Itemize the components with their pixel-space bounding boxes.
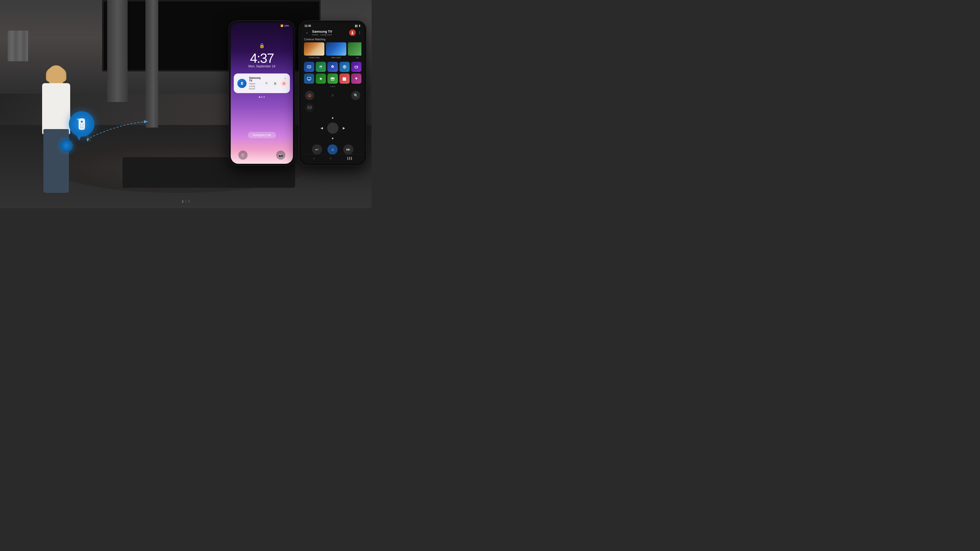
back-btn-remote[interactable]: ↩ (312, 144, 322, 155)
nav-home-btn[interactable]: ○ (329, 156, 331, 160)
dashed-arrow (87, 119, 151, 144)
svg-text:TV+: TV+ (308, 66, 310, 67)
dpad-up-button[interactable]: ▲ (331, 116, 334, 119)
app-samsung-tv-plus[interactable]: TV+ (304, 62, 314, 72)
svg-point-32 (357, 67, 358, 67)
notif-title: Samsung TV (249, 76, 261, 82)
svg-marker-8 (87, 138, 89, 141)
remote-icon (76, 117, 88, 131)
svg-rect-2 (80, 124, 81, 125)
dot2 (332, 86, 333, 87)
tv-location: Home · Living room (312, 33, 347, 36)
thumb-perfect-day (304, 42, 325, 56)
person-torso (42, 83, 70, 134)
notification-card[interactable]: Samsung TV Home · Living Room ↻ 🗑 ⏻ ∨ (234, 73, 290, 93)
notif-dots (259, 97, 265, 98)
nav-recent-btn[interactable]: ▐▐▐ (347, 157, 352, 160)
remote-app-header: ‹ Samsung TV Home · Living room ⋮ (301, 28, 364, 38)
thumb-label-perfect: Perfect Day (304, 56, 325, 59)
app-heart[interactable]: ♥ (351, 73, 361, 84)
watch-item-blue-land[interactable]: Blue Land (326, 42, 346, 59)
home-btn-remote[interactable]: ⌂ (328, 144, 338, 155)
remote-source-row (305, 102, 360, 114)
dpad-center[interactable] (327, 122, 339, 134)
notif-actions: ↻ 🗑 ⏻ (263, 80, 287, 87)
notif-chevron-icon: ∨ (284, 76, 286, 80)
notif-dot-3 (264, 97, 265, 98)
svg-rect-3 (82, 124, 84, 125)
pillar-left (107, 0, 127, 102)
notif-refresh-btn[interactable]: ↻ (263, 80, 270, 87)
camera-icon[interactable]: 📷 (276, 151, 285, 160)
notif-power-btn[interactable]: ⏻ (280, 80, 287, 87)
dpad-container: ▲ ▼ ◀ ▶ (305, 114, 360, 142)
person-legs (43, 129, 69, 193)
remote-top-row: ⏻ ≡ 🔍 (305, 89, 360, 102)
pillar-right (145, 0, 158, 127)
source-button[interactable] (305, 103, 314, 112)
phone-app-icon[interactable]: C (239, 151, 248, 160)
notif-content: Samsung TV Home · Living Room (249, 76, 261, 90)
thumb-label-blue: Blue Land (326, 56, 346, 59)
lock-time: 4:37 (231, 51, 293, 66)
remote-controls: ⏻ ≡ 🔍 (301, 88, 364, 158)
svg-rect-5 (82, 125, 84, 127)
thumb-label-extra: La... (348, 56, 361, 59)
svg-rect-33 (307, 77, 311, 79)
phone1-screen: 📶 16% 🔒 4:37 Mon, September 19 (231, 22, 293, 164)
notif-delete-btn[interactable]: 🗑 (272, 80, 278, 87)
app-row-dots (301, 85, 364, 88)
dpad-down-button[interactable]: ▼ (331, 137, 334, 140)
page-num-current: 2 (182, 200, 183, 203)
dpad-right-button[interactable]: ▶ (343, 126, 345, 130)
phone2-tv-remote: 12:45 ▐▐ 🔋 ‹ Samsung TV Home · Living ro… (299, 21, 366, 166)
svg-point-23 (344, 66, 345, 68)
notif-dot-2 (261, 97, 262, 98)
svg-rect-42 (310, 107, 311, 108)
page-indicator: 2 / 7 (182, 200, 189, 203)
phone1-lockscreen: 📶 16% 🔒 4:37 Mon, September 19 (229, 21, 295, 166)
continue-watching-label: Continue Watching (304, 38, 361, 41)
svg-text:B: B (332, 66, 333, 68)
svg-rect-13 (242, 84, 242, 85)
app-monitor[interactable] (304, 73, 314, 84)
svg-rect-4 (80, 125, 81, 127)
tv-title-block: Samsung TV Home · Living room (312, 30, 347, 36)
watch-thumbnails: Perfect Day Blue Land La... (304, 42, 361, 59)
notif-dot-1 (259, 97, 260, 98)
svg-rect-6 (80, 127, 84, 128)
more-options-btn[interactable]: ⋮ (358, 30, 361, 35)
power-button[interactable]: ⏻ (305, 91, 314, 100)
status-bar-phone2: 12:45 ▐▐ 🔋 (301, 22, 364, 28)
menu-lines-icon: ≡ (331, 93, 334, 98)
dpad-left-button[interactable]: ◀ (321, 126, 323, 130)
app-smartthings[interactable] (339, 62, 350, 72)
signal-icon: ▐▐ (355, 25, 357, 27)
emergency-call-button[interactable]: Emergency Call (248, 132, 276, 138)
dpad: ▲ ▼ ◀ ▶ (320, 115, 345, 141)
app-gaming-hub[interactable] (351, 62, 361, 72)
battery-icon: 🔋 (358, 25, 361, 27)
user-avatar[interactable] (349, 29, 356, 36)
app-coral[interactable]: ◼ (339, 73, 350, 84)
watch-item-perfect-day[interactable]: Perfect Day (304, 42, 325, 59)
lock-icon: 🔒 (259, 43, 265, 48)
phone1-bottom-nav: C 📷 (231, 151, 293, 160)
back-button[interactable]: ‹ (304, 30, 310, 36)
app-star[interactable]: ★ (316, 73, 326, 84)
nav-back-btn[interactable]: ‹ (313, 156, 315, 160)
app-bixby[interactable]: B (328, 62, 338, 72)
wifi-icon: 📶 (280, 24, 283, 27)
app-samsung-health[interactable] (316, 62, 326, 72)
watch-item-extra[interactable]: La... (348, 42, 361, 59)
page-num-total: 7 (188, 200, 189, 203)
search-button[interactable]: 🔍 (351, 91, 360, 100)
app-gift[interactable] (328, 73, 338, 84)
blue-indicator-circle[interactable] (60, 139, 73, 152)
app-grid-row2: ★ ◼ ♥ (301, 73, 364, 85)
person-head (47, 65, 65, 86)
svg-rect-41 (308, 107, 309, 108)
thumb-img-perfect (304, 42, 325, 56)
play-pause-btn[interactable]: ⏭ (343, 144, 353, 155)
continue-watching-section: Continue Watching Perfect Day Blue Land (301, 38, 364, 60)
